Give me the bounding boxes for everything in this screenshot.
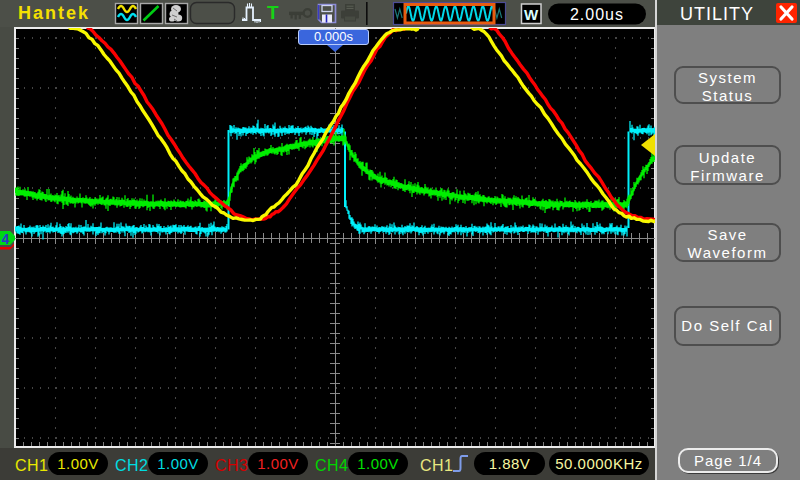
svg-text:W: W bbox=[524, 6, 539, 23]
svg-text:2.00us: 2.00us bbox=[570, 6, 624, 23]
svg-text:4: 4 bbox=[2, 231, 10, 247]
